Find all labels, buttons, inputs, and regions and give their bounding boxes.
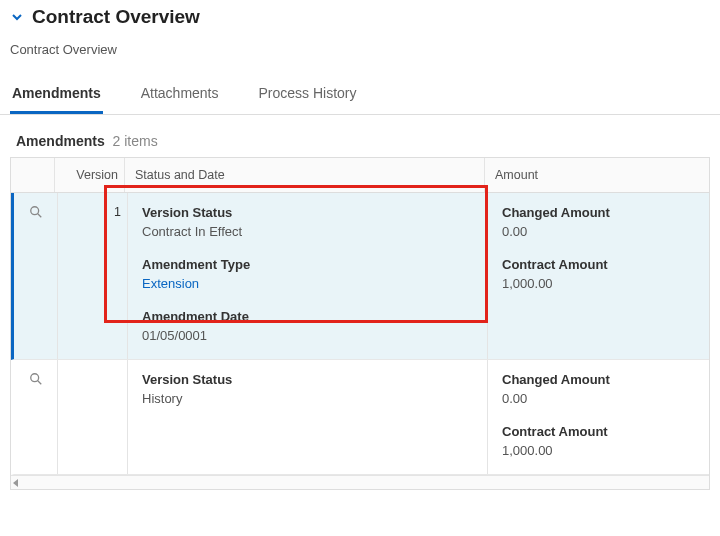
tabs: Amendments Attachments Process History	[0, 75, 720, 115]
breadcrumb: Contract Overview	[0, 32, 720, 75]
label-contract-amount: Contract Amount	[502, 424, 695, 439]
table-row[interactable]: Version Status History Changed Amount 0.…	[11, 360, 709, 475]
tab-amendments[interactable]: Amendments	[10, 75, 103, 114]
col-head-amount[interactable]: Amount	[485, 158, 709, 192]
cell-version	[58, 360, 128, 474]
svg-line-3	[37, 381, 41, 385]
label-amendment-type: Amendment Type	[142, 257, 473, 272]
label-version-status: Version Status	[142, 205, 473, 220]
magnify-icon[interactable]	[14, 193, 58, 359]
link-amendment-type[interactable]: Extension	[142, 276, 199, 291]
list-header: Amendments 2 items	[0, 115, 720, 157]
chevron-down-icon[interactable]	[10, 10, 24, 24]
value-contract-amount: 1,000.00	[502, 276, 695, 291]
value-changed-amount: 0.00	[502, 224, 695, 239]
section-title: Contract Overview	[32, 6, 200, 28]
label-version-status: Version Status	[142, 372, 473, 387]
table-header-row: Version Status and Date Amount	[11, 158, 709, 193]
cell-version: 1	[58, 193, 128, 359]
horizontal-scrollbar[interactable]	[11, 475, 709, 489]
magnify-icon[interactable]	[14, 360, 58, 474]
value-changed-amount: 0.00	[502, 391, 695, 406]
label-amendment-date: Amendment Date	[142, 309, 473, 324]
label-changed-amount: Changed Amount	[502, 205, 695, 220]
tab-process-history[interactable]: Process History	[257, 75, 359, 114]
svg-line-1	[37, 214, 41, 218]
value-version-status: Contract In Effect	[142, 224, 473, 239]
table-row[interactable]: 1 Version Status Contract In Effect Amen…	[11, 193, 709, 360]
label-changed-amount: Changed Amount	[502, 372, 695, 387]
amendments-table: Version Status and Date Amount 1 Version…	[10, 157, 710, 490]
col-head-status[interactable]: Status and Date	[125, 158, 485, 192]
svg-point-0	[30, 207, 38, 215]
label-contract-amount: Contract Amount	[502, 257, 695, 272]
value-version-status: History	[142, 391, 473, 406]
list-count: 2 items	[113, 133, 158, 149]
value-amendment-date: 01/05/0001	[142, 328, 473, 343]
list-label: Amendments	[16, 133, 105, 149]
value-contract-amount: 1,000.00	[502, 443, 695, 458]
scroll-left-icon[interactable]	[13, 479, 18, 487]
svg-point-2	[30, 374, 38, 382]
tab-attachments[interactable]: Attachments	[139, 75, 221, 114]
col-head-icon	[11, 158, 55, 192]
col-head-version[interactable]: Version	[55, 158, 125, 192]
